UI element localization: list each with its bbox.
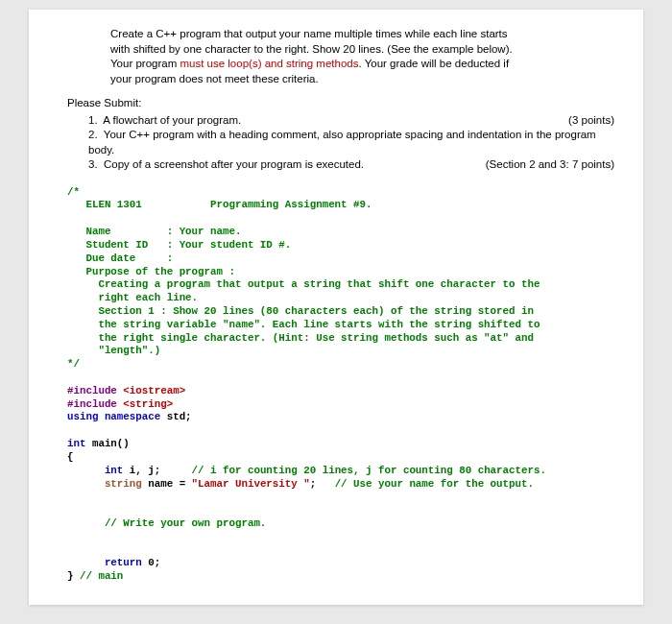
submit-text-3: Copy of a screenshot after your program … [104, 158, 364, 170]
string-var: name = [142, 478, 192, 490]
elen-line: ELEN 1301 Programming Assignment #9. [67, 199, 372, 210]
submit-list: 1. A flowchart of your program. (3 point… [88, 113, 614, 173]
string-kw: string [67, 478, 142, 490]
submit-item-3: 3. Copy of a screenshot after your progr… [88, 157, 614, 173]
include-2a: #include [67, 398, 123, 410]
intro-line3a: Your program [110, 58, 180, 69]
std-text: std; [160, 411, 191, 422]
submit-text-1: A flowchart of your program. [103, 114, 241, 126]
int-kw: int [67, 438, 85, 449]
namespace-kw: namespace [98, 411, 160, 422]
code-block: /* ELEN 1301 Programming Assignment #9. … [67, 186, 614, 584]
using-kw: using [67, 411, 98, 422]
section-1b: the string variable "name". Each line st… [67, 319, 540, 330]
write-comment: // Write your own program. [67, 517, 266, 529]
submit-text-2: Your C++ program with a heading comment,… [88, 129, 596, 156]
main-comment: // main [73, 570, 123, 582]
submit-num-2: 2. [88, 129, 98, 140]
int-vars: i, j; [123, 465, 160, 476]
purpose-header: Purpose of the program : [67, 266, 235, 277]
include-2b: <string> [123, 398, 173, 410]
return-kw: return [67, 557, 142, 568]
section-1c: the right single character. (Hint: Use s… [67, 332, 534, 344]
intro-line2: with shifted by one character to the rig… [110, 43, 513, 55]
include-1b: <iostream> [123, 385, 185, 396]
string-lit: "Lamar University " [192, 478, 310, 490]
submit-num-1: 1. [88, 114, 98, 126]
submit-num-3: 3. [88, 158, 98, 170]
submit-header: Please Submit: [67, 96, 614, 111]
name-line: Name : Your name. [67, 226, 241, 237]
int-decl-kw: int [67, 465, 123, 476]
sid-line: Student ID : Your student ID #. [67, 239, 291, 251]
int-comment: // i for counting 20 lines, j for counti… [160, 465, 546, 476]
section-1d: "length".) [67, 345, 160, 356]
submit-points-3: (Section 2 and 3: 7 points) [474, 157, 614, 173]
intro-red-text: must use loop(s) and string methods [180, 58, 358, 69]
document-page: Create a C++ program that output your na… [29, 10, 643, 605]
intro-paragraph: Create a C++ program that output your na… [110, 27, 614, 86]
intro-line1: Create a C++ program that output your na… [110, 28, 508, 39]
return-val: 0; [142, 557, 160, 568]
submit-points-1: (3 points) [557, 113, 614, 129]
brace-open: { [67, 451, 73, 463]
comment-close: */ [67, 358, 80, 370]
due-line: Due date : [67, 252, 173, 264]
intro-line3b: . Your grade will be deducted if [358, 58, 509, 69]
purpose-1: Creating a program that output a string … [67, 278, 540, 290]
purpose-2: right each line. [67, 292, 198, 303]
intro-line4: your program does not meet these criteri… [110, 73, 319, 84]
string-comment: // Use your name for the output. [316, 478, 534, 490]
main-name: main() [85, 438, 129, 449]
include-1a: #include [67, 385, 123, 396]
comment-open: /* [67, 186, 80, 198]
submit-item-1: 1. A flowchart of your program. (3 point… [88, 113, 614, 129]
section-1a: Section 1 : Show 20 lines (80 characters… [67, 305, 534, 317]
submit-item-2: 2. Your C++ program with a heading comme… [88, 128, 614, 157]
